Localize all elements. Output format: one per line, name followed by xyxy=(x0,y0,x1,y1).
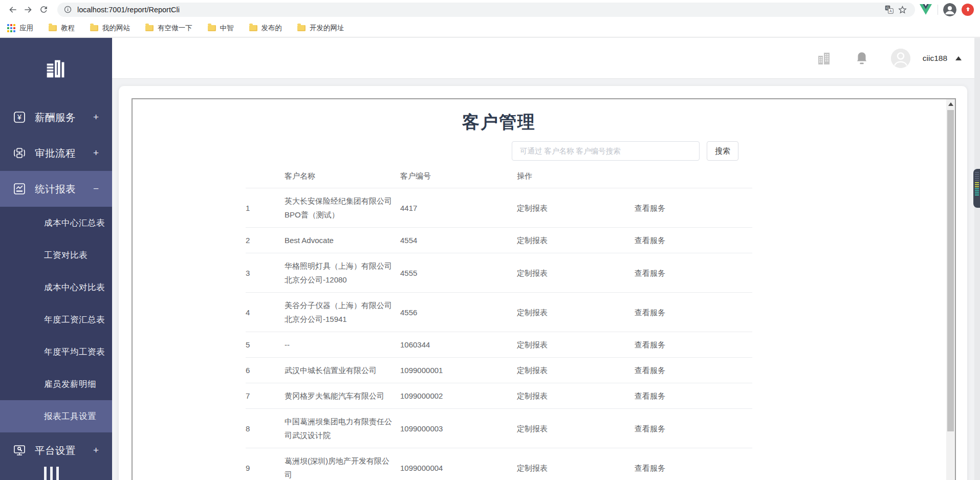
sidebar-item-platform-settings[interactable]: 平台设置 + xyxy=(0,432,112,468)
custom-report-link[interactable]: 定制报表 xyxy=(517,253,635,293)
table-row: 3 华格照明灯具（上海）有限公司北京分公司-12080 4555 定制报表 查看… xyxy=(246,253,752,293)
sidebar-item-label: 统计报表 xyxy=(35,182,76,196)
customer-name: 美谷分子仪器（上海）有限公司北京分公司-15941 xyxy=(285,293,400,332)
platform-settings-icon xyxy=(13,444,26,457)
report-chart-icon xyxy=(13,182,26,195)
sidebar-item-salary-services[interactable]: ¥ 薪酬服务 + xyxy=(0,99,112,135)
bookmark-label: 我的网站 xyxy=(102,24,130,33)
reports-submenu: 成本中心汇总表 工资对比表 成本中心对比表 年度工资汇总表 年度平均工资表 雇员… xyxy=(0,207,112,432)
view-services-link[interactable]: 查看服务 xyxy=(635,409,752,448)
forward-icon xyxy=(23,5,33,15)
sidebar-item-approval-flow[interactable]: 审批流程 + xyxy=(0,135,112,171)
view-services-link[interactable]: 查看服务 xyxy=(635,332,752,358)
report-panel: 客户管理 搜索 客户名称 客户编号 操作 xyxy=(132,98,956,480)
row-index: 9 xyxy=(246,448,285,480)
expand-toggle: + xyxy=(93,112,99,123)
extension-icon[interactable] xyxy=(962,4,974,16)
row-index: 8 xyxy=(246,409,285,448)
triangle-up-icon xyxy=(948,102,953,106)
bookmark-folder-zhongzhi[interactable]: 中智 xyxy=(208,24,234,33)
customer-table: 客户名称 客户编号 操作 1 英大长安保险经纪集团有限公司BPO普（测试） 44… xyxy=(246,165,752,480)
sidebar-item-label: 平台设置 xyxy=(35,444,76,457)
bookmark-folder-todo[interactable]: 有空做一下 xyxy=(145,24,192,33)
company-button[interactable] xyxy=(816,51,832,66)
user-menu[interactable]: ciic188 xyxy=(923,54,962,63)
bookmark-folder-dev-urls[interactable]: 开发的网址 xyxy=(297,24,344,33)
custom-report-link[interactable]: 定制报表 xyxy=(517,293,635,332)
scroll-down-button[interactable] xyxy=(946,477,955,480)
customer-code: 4555 xyxy=(400,253,517,293)
custom-report-link[interactable]: 定制报表 xyxy=(517,188,635,228)
expand-toggle: + xyxy=(93,445,99,456)
sidebar-item-statistics-reports[interactable]: 统计报表 − xyxy=(0,171,112,207)
submenu-item-employee-payroll-detail[interactable]: 雇员发薪明细 xyxy=(0,368,112,400)
custom-report-link[interactable]: 定制报表 xyxy=(517,332,635,358)
custom-report-link[interactable]: 定制报表 xyxy=(517,358,635,383)
view-services-link[interactable]: 查看服务 xyxy=(635,293,752,332)
custom-report-link[interactable]: 定制报表 xyxy=(517,409,635,448)
custom-report-link[interactable]: 定制报表 xyxy=(517,228,635,253)
address-bar[interactable]: localhost:7001/report/ReportCli GA xyxy=(57,3,915,17)
docked-extension-handle[interactable] xyxy=(973,169,980,208)
translate-icon[interactable]: GA xyxy=(882,3,896,16)
bookmark-folder-published[interactable]: 发布的 xyxy=(249,24,282,33)
sidebar-item-label: 审批流程 xyxy=(35,146,76,160)
row-index: 5 xyxy=(246,332,285,358)
view-services-link[interactable]: 查看服务 xyxy=(635,358,752,383)
user-avatar[interactable] xyxy=(891,49,910,68)
view-services-link[interactable]: 查看服务 xyxy=(635,228,752,253)
view-services-link[interactable]: 查看服务 xyxy=(635,188,752,228)
custom-report-link[interactable]: 定制报表 xyxy=(517,383,635,409)
bookmark-label: 应用 xyxy=(19,24,33,33)
scroll-up-button[interactable] xyxy=(946,99,955,108)
customer-name: Best Advocate xyxy=(285,228,400,253)
refresh-button[interactable] xyxy=(36,2,51,17)
submenu-label: 工资对比表 xyxy=(44,250,88,261)
sidebar: ¥ 薪酬服务 + 审批流程 + 统计报表 − 成本中心汇总表 工资对比表 成本中… xyxy=(0,38,112,480)
browser-profile-icon[interactable] xyxy=(943,3,956,16)
panel-content: 客户管理 搜索 客户名称 客户编号 操作 xyxy=(133,99,752,480)
submenu-item-cost-center-comparison[interactable]: 成本中心对比表 xyxy=(0,271,112,303)
scrollbar-thumb[interactable] xyxy=(947,110,954,431)
customer-name: 武汉中城长信置业有限公司 xyxy=(285,358,400,383)
col-customer-name: 客户名称 xyxy=(285,165,400,188)
customer-code: 4417 xyxy=(400,188,517,228)
forward-button[interactable] xyxy=(20,2,36,17)
notifications-button[interactable] xyxy=(855,51,868,66)
vue-devtools-icon[interactable] xyxy=(919,3,932,16)
sidebar-grip-icon xyxy=(44,467,59,480)
svg-text:¥: ¥ xyxy=(17,113,21,121)
submenu-item-report-tool-settings[interactable]: 报表工具设置 xyxy=(0,400,112,432)
url-text[interactable]: localhost:7001/report/ReportCli xyxy=(77,6,882,14)
submenu-item-cost-center-summary[interactable]: 成本中心汇总表 xyxy=(0,207,112,239)
search-input[interactable] xyxy=(512,141,700,161)
submenu-item-annual-average-salary[interactable]: 年度平均工资表 xyxy=(0,336,112,368)
table-row: 9 葛洲坝(深圳)房地产开发有限公司 1099000004 定制报表 查看服务 xyxy=(246,448,752,480)
bookmark-label: 开发的网址 xyxy=(310,24,344,33)
submenu-label: 成本中心对比表 xyxy=(44,282,105,293)
content-card: 客户管理 搜索 客户名称 客户编号 操作 xyxy=(119,86,967,480)
table-row: 8 中国葛洲坝集团电力有限责任公司武汉设计院 1099000003 定制报表 查… xyxy=(246,409,752,448)
page-scrollbar[interactable] xyxy=(974,38,980,480)
custom-report-link[interactable]: 定制报表 xyxy=(517,448,635,480)
view-services-link[interactable]: 查看服务 xyxy=(635,448,752,480)
bookmark-apps[interactable]: 应用 xyxy=(7,24,33,33)
panel-scrollbar[interactable] xyxy=(946,99,955,480)
caret-up-icon xyxy=(955,56,962,60)
view-services-link[interactable]: 查看服务 xyxy=(635,383,752,409)
submenu-item-salary-comparison[interactable]: 工资对比表 xyxy=(0,239,112,271)
search-button[interactable]: 搜索 xyxy=(707,141,738,161)
workflow-icon xyxy=(13,146,26,160)
bookmark-folder-my-sites[interactable]: 我的网站 xyxy=(90,24,130,33)
collapse-toggle: − xyxy=(93,183,99,194)
search-row: 搜索 xyxy=(246,141,752,161)
expand-toggle: + xyxy=(93,147,99,159)
view-services-link[interactable]: 查看服务 xyxy=(635,253,752,293)
back-button[interactable] xyxy=(5,2,20,17)
bookmark-folder-tutorials[interactable]: 教程 xyxy=(49,24,75,33)
bookmark-star-icon[interactable] xyxy=(896,3,909,16)
submenu-item-annual-salary-summary[interactable]: 年度工资汇总表 xyxy=(0,303,112,336)
site-info-icon[interactable] xyxy=(63,5,72,14)
salary-icon: ¥ xyxy=(13,111,26,124)
bookmark-label: 有空做一下 xyxy=(158,24,192,33)
